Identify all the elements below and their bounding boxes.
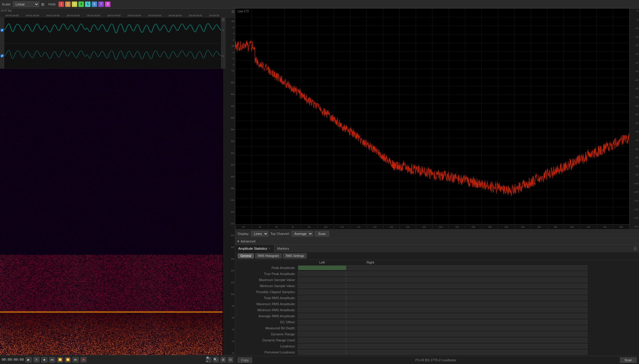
- stop-btn[interactable]: ■: [41, 357, 47, 362]
- rewind-btn[interactable]: ⏮: [49, 357, 55, 362]
- waveform-menu-icon[interactable]: ☰: [221, 18, 225, 22]
- hold-btn-3[interactable]: 3: [72, 2, 77, 7]
- total-rms-left: [298, 296, 346, 300]
- top-channel-label: Top Channel:: [270, 232, 290, 236]
- sub-tab-rms-settings[interactable]: RMS Settings: [283, 253, 307, 258]
- max-rms-left: [298, 302, 346, 306]
- clipped-right: [346, 290, 587, 294]
- top-channel-select[interactable]: Average Left Right Both: [292, 231, 313, 236]
- transport-bar: 00:00:00:00 ▶ ⏸ ■ ⏮ ⏪ ⏩ ⏭ ⏺ 🔍+ 🔍- ⊞ ⊟: [0, 355, 235, 364]
- tab-markers[interactable]: Markers: [274, 245, 293, 252]
- row-bit-depth: Measured Bit Depth:: [238, 325, 637, 331]
- tick-11: 00:05:30: [209, 14, 229, 17]
- tab-close-icon[interactable]: ✕: [268, 247, 271, 250]
- min-sample-left: [298, 283, 346, 288]
- itu-label: ITU-R BS.1770-2 Loudness:: [255, 358, 618, 362]
- dynamic-range-right: [346, 332, 587, 337]
- tick-8: 00:04:00:00: [148, 14, 169, 17]
- peak-amplitude-right: [346, 265, 587, 270]
- tick-2: 00:01:00:00: [26, 14, 46, 17]
- play-btn[interactable]: ▶: [26, 357, 32, 362]
- stats-bottom: Copy ITU-R BS.1770-2 Loudness: Scan: [235, 356, 639, 364]
- row-dynamic-range-used: Dynamic Range Used:: [238, 337, 637, 343]
- grid-icon: ▦: [41, 2, 44, 6]
- copy-button[interactable]: Copy: [238, 357, 252, 363]
- waveform-db-scale: dB -w -9 -3 dB -w -9 -3: [225, 17, 235, 68]
- fast-forward-btn[interactable]: ⏩: [65, 357, 71, 362]
- avg-rms-right: [346, 314, 587, 318]
- advanced-label[interactable]: Advanced: [241, 239, 255, 243]
- hold-btn-4[interactable]: 4: [78, 2, 84, 7]
- zoom-full-btn[interactable]: ⊟: [228, 357, 233, 362]
- right-panel: Live CTI 0-5-10-15-20 -25-30-35-40-45 -5…: [235, 8, 639, 364]
- panel-menu-icon[interactable]: ☰: [633, 246, 639, 251]
- waveform-controls: ☰: [221, 18, 225, 22]
- row-min-rms: Minimum RMS Amplitude:: [238, 307, 637, 313]
- max-sample-right: [346, 277, 587, 282]
- row-clipped: Possibly Clipped Samples:: [238, 289, 637, 295]
- hold-btn-2[interactable]: 2: [65, 2, 71, 7]
- stats-sub-tabs: General RMS Histogram RMS Settings: [235, 252, 639, 260]
- forward-end-btn[interactable]: ⏭: [73, 357, 79, 362]
- display-label: Display:: [238, 232, 249, 236]
- tab-amplitude-statistics[interactable]: Amplitude Statistics ✕: [235, 245, 274, 252]
- avg-rms-left: [298, 314, 346, 318]
- row-dc-offset: DC Offset:: [238, 319, 637, 325]
- spectrogram-canvas: [0, 69, 223, 355]
- tick-5: 00:02:30:00: [87, 14, 107, 17]
- perceived-loudness-left: [298, 350, 346, 355]
- dc-offset-left: [298, 320, 346, 324]
- sub-tab-rms-histogram[interactable]: RMS Histogram: [255, 253, 282, 258]
- main-content: 29.97 fps 00:00:30:00 00:01:00:00 00:01:…: [0, 8, 639, 364]
- spectrum-canvas: [235, 8, 629, 224]
- hold-btn-6[interactable]: 6: [92, 2, 97, 7]
- tick-3: 00:01:30:00: [46, 14, 67, 17]
- clipped-left: [298, 290, 346, 294]
- zoom-fit-btn[interactable]: ⊞: [220, 357, 226, 362]
- waveform-top: [4, 17, 221, 43]
- spectrum-db-scale: 0-5-10-15-20 -25-30-35-40-45 -50-55-60-6…: [629, 8, 639, 229]
- channel-bottom-checkbox[interactable]: [1, 54, 4, 57]
- min-rms-left: [298, 308, 346, 312]
- loudness-left: [298, 344, 346, 349]
- max-rms-right: [346, 302, 587, 306]
- tick-6: 00:03:00:00: [107, 14, 128, 17]
- sub-tab-general[interactable]: General: [238, 253, 254, 258]
- tick-10: 00:05:00:00: [189, 14, 209, 17]
- hold-btn-8[interactable]: 8: [105, 2, 110, 7]
- row-total-rms: Total RMS Amplitude:: [238, 295, 637, 301]
- waveform-bottom: [4, 43, 221, 69]
- tick-9: 00:04:30:00: [168, 14, 189, 17]
- row-peak-amplitude: Peak Amplitude:: [238, 265, 637, 271]
- pause-btn[interactable]: ⏸: [33, 357, 40, 362]
- bit-depth-right: [346, 326, 587, 331]
- tick-1: 00:00:30:00: [5, 14, 26, 17]
- tick-7: 00:03:30:00: [128, 14, 148, 17]
- hold-btn-7[interactable]: 7: [98, 2, 104, 7]
- row-true-peak: True Peak Amplitude:: [238, 271, 637, 277]
- advanced-row: Advanced: [235, 238, 639, 245]
- spectrum-freq-scale: Hz 2k 4k 6k 8k 10k 12k 14k 16k 18k 20k 2…: [235, 224, 629, 229]
- perceived-loudness-right: [346, 350, 587, 355]
- scale-select[interactable]: Linear Logarithmic: [13, 2, 39, 7]
- fast-rewind-btn[interactable]: ⏪: [57, 357, 63, 362]
- dc-offset-right: [346, 320, 587, 324]
- scan-button-display[interactable]: Scan: [315, 231, 329, 236]
- left-panel: 29.97 fps 00:00:30:00 00:01:00:00 00:01:…: [0, 8, 235, 364]
- expand-icon[interactable]: ⊡: [232, 10, 234, 14]
- row-min-sample: Minimum Sample Value:: [238, 283, 637, 289]
- hold-btn-5[interactable]: 5: [85, 2, 90, 7]
- zoom-out-btn[interactable]: 🔍-: [213, 357, 219, 362]
- zoom-in-btn[interactable]: 🔍+: [206, 357, 211, 362]
- row-avg-rms: Average RMS Amplitude:: [238, 313, 637, 319]
- channel-top-checkbox[interactable]: [1, 29, 4, 32]
- display-select[interactable]: Lines Bars Filled: [251, 231, 268, 236]
- advanced-triangle-icon[interactable]: [238, 240, 239, 242]
- min-rms-right: [346, 308, 587, 312]
- channel-r-label: L: [221, 43, 225, 69]
- hold-btn-1[interactable]: 1: [59, 2, 64, 7]
- record-btn[interactable]: ⏺: [81, 357, 87, 362]
- true-peak-left: [298, 271, 346, 276]
- scan-button-bottom[interactable]: Scan: [620, 357, 637, 363]
- total-rms-right: [346, 296, 587, 300]
